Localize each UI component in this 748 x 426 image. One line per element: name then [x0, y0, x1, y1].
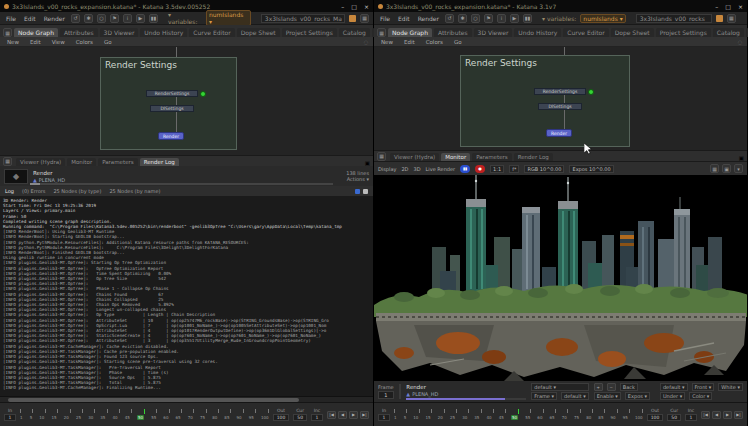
node-graph-canvas[interactable]: Render Settings RenderSettings DlSetting…	[374, 47, 747, 150]
pause-render-icon[interactable]: ▮▮	[460, 165, 470, 173]
transport-button[interactable]: |◀	[701, 411, 710, 419]
session-tab[interactable]: 3x3Islands_v00_rocks_	[636, 14, 712, 23]
front-select[interactable]: Front ▾	[692, 383, 715, 391]
transport-button[interactable]: ▶|	[360, 411, 369, 419]
flag-icon[interactable]: ⚑	[110, 14, 119, 23]
increment-field[interactable]: 1	[685, 414, 697, 421]
panel-tab[interactable]: Monitor	[441, 153, 470, 161]
frame-select[interactable]: Frame ▾	[531, 392, 557, 400]
monitor-compare-icon[interactable]: ▦	[710, 164, 719, 173]
add-button[interactable]: +	[594, 383, 603, 391]
pane-tab[interactable]: Curve Editor	[189, 28, 234, 37]
log-horizontal-scrollbar[interactable]	[0, 396, 373, 402]
render-node[interactable]: Render	[158, 132, 184, 140]
flag-icon[interactable]: ⚑	[484, 14, 493, 23]
pane-tab[interactable]: Dope Sheet	[611, 28, 654, 37]
frame-ruler[interactable]: 1510152025303540455055606570758085909510…	[20, 404, 269, 425]
node-view-flag-green[interactable]	[588, 89, 594, 95]
minimize-button[interactable]: –	[341, 3, 344, 10]
menu-item[interactable]: File	[378, 15, 392, 22]
info-icon[interactable]: i	[497, 14, 506, 23]
transport-button[interactable]: ◀	[338, 411, 347, 419]
transport-button[interactable]: ◀	[712, 411, 721, 419]
render-thumbnail[interactable]	[399, 384, 402, 399]
close-button[interactable]: ×	[738, 3, 743, 10]
nodegraph-search-icon[interactable]: ◌	[738, 39, 742, 45]
panel-tab[interactable]: Viewer (Hydra)	[390, 153, 439, 161]
menu-item[interactable]: Edit	[22, 15, 38, 22]
dlsettings-node[interactable]: DlSettings	[538, 103, 582, 110]
compare-select[interactable]: default ▾	[660, 383, 688, 391]
rendersettings-node[interactable]: RenderSettings	[146, 90, 198, 97]
catalog-scrubber[interactable]	[30, 183, 333, 185]
nodegraph-menu-item[interactable]: Edit	[402, 39, 417, 45]
out-frame-field[interactable]: 100	[273, 414, 290, 421]
log-scroll-lock-icon[interactable]	[355, 189, 360, 194]
nodegraph-menu-item[interactable]: Edit	[28, 39, 43, 45]
layout-icon[interactable]: ▦	[727, 14, 736, 23]
catalog-pass-name[interactable]: PLENA_HD	[412, 391, 438, 397]
rgb-gain-field[interactable]: RGB 10^0.00	[524, 165, 564, 173]
channel-select[interactable]: default ▾	[561, 392, 589, 400]
white-select[interactable]: White ▾	[718, 383, 743, 391]
frame-ruler[interactable]: 1510152025303540455055606570758085909510…	[394, 404, 643, 425]
pane-tab[interactable]: Node Graph	[388, 28, 432, 37]
node-view-flag-green[interactable]	[200, 91, 206, 97]
nodegraph-menu-item[interactable]: Go	[452, 39, 464, 45]
stop-render-icon[interactable]: ●	[475, 165, 485, 173]
enable-select[interactable]: Enable ▾	[594, 392, 621, 400]
current-frame-field[interactable]: 50	[667, 414, 681, 421]
transport-button[interactable]: ▶	[723, 411, 732, 419]
actions-dropdown[interactable]: Actions ▾	[346, 176, 369, 182]
in-frame-field[interactable]: 1	[4, 414, 16, 421]
panel-tab[interactable]: Parameters	[98, 158, 137, 166]
minimize-button[interactable]: –	[715, 3, 718, 10]
view-select[interactable]: default ▾	[531, 383, 588, 391]
transport-button[interactable]: ▶|	[734, 411, 743, 419]
panel-menu-icon[interactable]: ▦	[377, 152, 386, 161]
pane-tab[interactable]: Project Settings	[656, 28, 711, 37]
pane-tab[interactable]: Undo History	[140, 28, 187, 37]
monitor-options-icon[interactable]: ▾	[734, 164, 743, 173]
increment-field[interactable]: 1	[311, 414, 323, 421]
current-frame-field[interactable]: 50	[293, 414, 307, 421]
catalog-entry-name[interactable]: Render	[33, 170, 65, 176]
menu-item[interactable]: Edit	[396, 15, 412, 22]
pane-tab[interactable]: 3D Viewer	[100, 28, 139, 37]
nodegraph-menu-item[interactable]: New	[379, 39, 395, 45]
undo-icon[interactable]: ↺	[71, 14, 80, 23]
panel-pin-icon[interactable]: ▣	[739, 155, 744, 161]
close-button[interactable]: ×	[364, 3, 369, 10]
remove-button[interactable]: −	[607, 383, 616, 391]
in-frame-field[interactable]: 1	[378, 414, 390, 421]
panel-tab[interactable]: Viewer (Hydra)	[16, 158, 65, 166]
menu-item[interactable]: Render	[416, 15, 441, 22]
catalog-pass-name[interactable]: PLENA_HD	[39, 177, 65, 183]
nodegraph-menu-item[interactable]: New	[5, 39, 21, 45]
log-filter-tab[interactable]: 25 Nodes (by type)	[53, 188, 101, 194]
layout-icon[interactable]: ▦	[360, 14, 369, 23]
render-log-output[interactable]: 3D Render: RenderStart Time: Fri Dec 13 …	[0, 196, 373, 396]
dlsettings-node[interactable]: DlSettings	[150, 105, 194, 112]
log-filter-tab[interactable]: 25 Nodes (by name)	[109, 188, 160, 194]
frame-field[interactable]: 1	[378, 391, 394, 399]
fstop-field[interactable]: f*	[509, 165, 519, 173]
session-tab[interactable]: 3x3Islands_v00_rocks_Ma	[261, 14, 345, 23]
render-settings-group[interactable]: Render Settings	[460, 55, 630, 147]
pane-menu-icon[interactable]: ▦	[3, 28, 12, 37]
render-pause-icon[interactable]: ▮▮	[523, 14, 532, 23]
search-icon[interactable]: ○	[97, 14, 106, 23]
search-icon[interactable]: ○	[471, 14, 480, 23]
menu-item[interactable]: File	[4, 15, 18, 22]
nodegraph-menu-item[interactable]: View	[50, 39, 67, 45]
monitor-viewport[interactable]	[374, 175, 747, 381]
back-button[interactable]: Back	[620, 383, 638, 391]
panel-menu-icon[interactable]: ▦	[3, 157, 12, 166]
pane-tab[interactable]: Curve Editor	[563, 28, 608, 37]
title-bar[interactable]: 3x3Islands_v00_rocks_expansion.katana* -…	[374, 0, 747, 12]
exposure-field[interactable]: Expos 10^0.00	[569, 165, 613, 173]
maximize-button[interactable]: □	[351, 3, 357, 10]
rendersettings-node[interactable]: RenderSettings	[534, 88, 586, 95]
pane-tab[interactable]: Node Graph	[14, 28, 58, 37]
log-filter-tab[interactable]: Log	[5, 188, 14, 194]
